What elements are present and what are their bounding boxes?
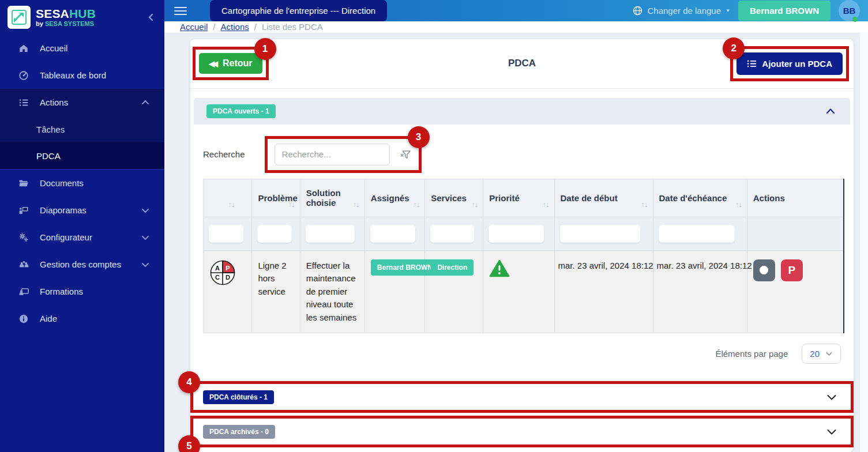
filter-input-date-echeance[interactable] [659,225,735,243]
annotation-box-2: Ajouter un PDCA 2 [730,46,849,81]
column-header-date-debut[interactable]: Date de début↑↓ [554,179,653,217]
back-button[interactable]: ◀◀ Retour [199,53,262,74]
filter-input-solution[interactable] [306,225,355,243]
priority-warning-icon [489,259,510,278]
sidebar-item-gestion-des-comptes[interactable]: Gestion des comptes [0,251,164,278]
sort-icon[interactable]: ↑↓ [471,200,478,209]
column-header-sort[interactable]: ↑↓ [204,179,252,217]
sidebar-item-tableaux-de-bord[interactable]: Tableaux de bord [0,62,164,89]
annotation-box-1: ◀◀ Retour 1 [193,47,269,80]
breadcrumb-accueil[interactable]: Accueil [180,22,208,32]
svg-text:C: C [215,274,220,281]
breadcrumb: Accueil / Actions / Liste des PDCA [164,21,868,33]
pdca-closed-badge: PDCA clôturés - 1 [203,390,274,404]
svg-text:P: P [226,264,230,271]
pdca-detail-button[interactable]: P [781,259,803,281]
search-input[interactable] [275,144,390,165]
sidebar-item-formations[interactable]: Formations [0,278,164,305]
sidebar-item-diaporamas[interactable]: Diaporamas [0,197,164,224]
sidebar-collapse-icon[interactable] [147,13,155,21]
sidebar-item-accueil[interactable]: Accueil [0,35,164,62]
svg-text:D: D [226,274,230,281]
avatar[interactable]: BB [839,0,860,21]
section-pdca-open-header[interactable]: PDCA ouverts - 1 [194,98,850,125]
sidebar-item-taches[interactable]: Tâches [0,116,164,142]
sidebar-item-label: Diaporamas [40,205,87,215]
breadcrumb-current: Liste des PDCA [262,22,323,32]
sidebar-item-aide[interactable]: Aide [0,305,164,332]
globe-icon [633,6,642,16]
section-pdca-closed-header[interactable]: PDCA clôturés - 1 [193,384,851,410]
assignee-badge: Bernard BROWN [371,259,439,276]
avatar-initials: BB [843,6,856,16]
chevron-up-icon[interactable] [825,106,836,117]
topbar-right: Changer de langue ▼ Bernard BROWN BB [633,0,860,21]
column-label: Assignés [371,193,409,203]
start-date-cell: mar. 23 avril, 2024 18:12 [554,250,653,333]
sidebar-item-label: Documents [40,178,84,188]
language-dropdown[interactable]: Changer de langue ▼ [633,6,730,16]
sort-icon[interactable]: ↑↓ [228,200,234,209]
column-label: Date d'échéance [659,193,727,203]
breadcrumb-actions[interactable]: Actions [221,22,249,32]
sidebar-item-pdca[interactable]: PDCA [0,142,164,169]
column-label: Services [431,193,467,203]
chevron-down-icon[interactable] [825,425,838,438]
dashboard-icon [17,70,30,81]
problem-cell: Ligne 2 hors service [252,250,300,333]
annotation-number-2: 2 [723,37,745,59]
user-button[interactable]: Bernard BROWN [738,1,831,21]
brand-by: by [36,20,45,27]
sidebar-nav: Accueil Tableaux de bord Actions [0,35,164,332]
sort-icon[interactable]: ↑↓ [641,200,648,209]
per-page-select[interactable]: 20 [802,344,841,364]
sort-icon[interactable]: ↑↓ [735,200,742,209]
presentation-icon [17,205,30,216]
sort-icon[interactable]: ↑↓ [543,200,549,209]
chevron-down-icon[interactable] [825,391,838,404]
solution-cell: Effectuer la maintenance de premier nive… [300,250,365,333]
pdca-open-badge: PDCA ouverts - 1 [206,104,276,118]
column-header-solution-choisie[interactable]: Solution choisie↑↓ [300,179,365,217]
column-header-date-echeance[interactable]: Date d'échéance↑↓ [653,179,747,217]
sidebar-group-actions: Actions Tâches PDCA [0,89,164,170]
language-label: Changer de langue [647,6,721,16]
sidebar-item-label: Aide [40,314,57,323]
sidebar-item-label: Gestion des comptes [40,259,121,269]
sort-icon[interactable]: ↑↓ [353,200,359,209]
filter-input-wheel[interactable] [209,225,243,243]
page-scrollbar[interactable] [859,32,868,452]
search-row: Recherche 3 [203,136,844,173]
sidebar-item-label: Accueil [40,43,67,53]
status-dot-button[interactable] [753,259,775,281]
content-area: ◀◀ Retour 1 PDCA Ajouter un PDCA [164,33,868,452]
column-header-priorite[interactable]: Priorité↑↓ [483,179,554,217]
sidebar-subitem-label: Tâches [36,125,65,134]
sidebar-item-actions[interactable]: Actions [0,89,164,116]
filter-input-probleme[interactable] [257,225,291,243]
column-header-probleme[interactable]: Problème↑↓ [252,179,300,217]
filter-input-priorite[interactable] [489,225,544,243]
table-filter-row [204,217,844,250]
filter-clear-icon[interactable] [399,148,412,161]
column-label: Date de début [561,193,618,203]
brand-name: SESAHUB by SESA SYSTEMS [36,7,96,27]
column-header-services[interactable]: Services↑↓ [425,179,483,217]
column-header-assignes[interactable]: Assignés↑↓ [365,179,424,217]
chevron-down-icon [825,350,833,357]
sort-icon[interactable]: ↑↓ [288,200,295,209]
gears-icon [17,232,30,243]
sidebar-item-configurateur[interactable]: Configurateur [0,224,164,251]
sesahub-logo-icon[interactable] [7,6,31,29]
sort-icon[interactable]: ↑↓ [413,200,419,209]
pagination: Éléments par page 20 [203,333,844,371]
filter-input-services[interactable] [430,225,474,243]
section-pdca-archived-header[interactable]: PDCA archivés - 0 [193,419,851,445]
back-button-label: Retour [223,58,253,69]
pdca-card: ◀◀ Retour 1 PDCA Ajouter un PDCA [190,39,854,452]
filter-input-assignes[interactable] [370,225,416,243]
sidebar-item-documents[interactable]: Documents [0,170,164,197]
add-pdca-button[interactable]: Ajouter un PDCA [737,52,843,75]
filter-input-date-debut[interactable] [560,225,641,243]
hamburger-menu-icon[interactable] [174,7,187,15]
